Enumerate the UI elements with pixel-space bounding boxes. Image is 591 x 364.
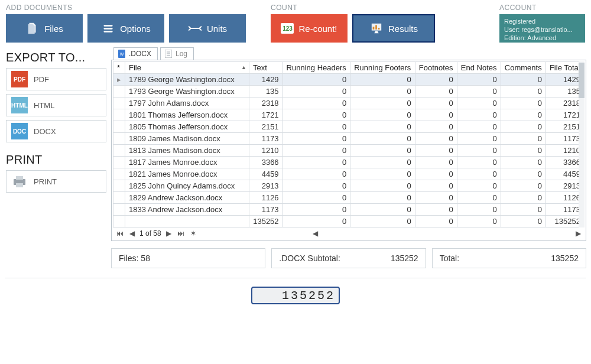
- col-footnotes[interactable]: Footnotes: [415, 62, 457, 74]
- svg-rect-4: [373, 27, 375, 30]
- pager-first-icon[interactable]: ⏮: [115, 229, 125, 238]
- pager-next-icon[interactable]: ▶: [165, 229, 173, 238]
- options-label: Options: [120, 24, 151, 34]
- cell-text: 2913: [249, 180, 283, 192]
- col-text[interactable]: Text: [249, 62, 283, 74]
- cell-file: 1793 George Washington.docx: [125, 86, 249, 98]
- table-row[interactable]: 1797 John Adams.docx2318000002318: [113, 98, 584, 109]
- cell-file: 1817 James Monroe.docx: [125, 157, 249, 168]
- tab-docx-label: .DOCX: [129, 50, 151, 58]
- hscroll-left-icon[interactable]: ◀: [311, 229, 319, 238]
- cell-footnotes: 0: [415, 121, 457, 133]
- options-button[interactable]: Options: [87, 14, 164, 43]
- account-user: User: regs@translatio...: [504, 26, 580, 34]
- corner-cell[interactable]: *: [113, 62, 125, 74]
- export-docx-button[interactable]: DOC DOCX: [6, 120, 106, 142]
- cell-footnotes: 0: [415, 157, 457, 168]
- cell-running-footers: 0: [350, 109, 415, 121]
- table-row[interactable]: 1793 George Washington.docx13500000135: [113, 86, 584, 98]
- cell-comments: 0: [501, 145, 545, 157]
- cell-comments: 0: [501, 109, 545, 121]
- cell-running-headers: 0: [282, 157, 350, 168]
- cell-end-notes: 0: [457, 168, 501, 180]
- cell-running-footers: 0: [350, 86, 415, 98]
- table-row[interactable]: 1817 James Monroe.docx3366000003366: [113, 157, 584, 168]
- cell-end-notes: 0: [457, 180, 501, 192]
- cell-file: 1797 John Adams.docx: [125, 98, 249, 109]
- summary-total: Total: 135252: [432, 248, 586, 268]
- cell-text: 1173: [249, 204, 283, 216]
- cell-running-footers: 0: [350, 98, 415, 109]
- table-row[interactable]: 1833 Andrew Jackson.docx1173000001173: [113, 204, 584, 216]
- html-icon: HTML: [11, 97, 28, 113]
- cell-running-headers: 0: [282, 145, 350, 157]
- hscroll-right-icon[interactable]: ▶: [574, 229, 582, 238]
- recount-label: Re-count!: [298, 24, 337, 34]
- table-row[interactable]: 1805 Thomas Jefferson.docx2151000002151: [113, 121, 584, 133]
- pager-add-icon[interactable]: ✶: [189, 229, 197, 238]
- export-pdf-button[interactable]: PDF PDF: [6, 68, 106, 90]
- tab-log[interactable]: Log: [160, 47, 194, 60]
- table-row[interactable]: 1829 Andrew Jackson.docx1126000001126: [113, 192, 584, 204]
- cell-running-footers: 0: [350, 133, 415, 145]
- table-row[interactable]: ▸1789 George Washington.docx142900000142…: [113, 74, 584, 86]
- svg-rect-2: [104, 31, 113, 32]
- doc-icon: DOC: [11, 123, 28, 139]
- units-button[interactable]: Units: [169, 14, 246, 43]
- table-row[interactable]: 1801 Thomas Jefferson.docx1721000001721: [113, 109, 584, 121]
- svg-rect-5: [375, 25, 377, 30]
- cell-running-footers: 0: [350, 157, 415, 168]
- table-row[interactable]: 1821 James Monroe.docx4459000004459: [113, 168, 584, 180]
- pdf-icon: PDF: [11, 71, 28, 87]
- svg-rect-8: [16, 176, 23, 180]
- print-heading: PRINT: [6, 153, 106, 167]
- row-indicator: [113, 86, 125, 98]
- cell-end-notes: 0: [457, 86, 501, 98]
- account-edition: Edition: Advanced: [504, 34, 580, 43]
- tab-docx[interactable]: W .DOCX: [113, 47, 158, 60]
- cell-text: 135: [249, 86, 283, 98]
- vertical-scrollbar[interactable]: [579, 61, 584, 228]
- cell-file: 1821 James Monroe.docx: [125, 168, 249, 180]
- cell-comments: 0: [501, 133, 545, 145]
- files-button[interactable]: Files: [6, 14, 83, 43]
- table-row[interactable]: 1809 James Madison.docx1173000001173: [113, 133, 584, 145]
- print-button[interactable]: PRINT: [6, 170, 106, 193]
- col-running-footers[interactable]: Running Footers: [350, 62, 415, 74]
- cell-text: 1429: [249, 74, 283, 86]
- summary-files: Files: 58: [111, 248, 265, 268]
- col-running-headers[interactable]: Running Headers: [282, 62, 350, 74]
- account-status: Registered: [504, 18, 580, 26]
- results-button[interactable]: Results: [352, 14, 435, 43]
- table-row[interactable]: 1825 John Quincy Adams.docx2913000002913: [113, 180, 584, 192]
- cell-running-footers: 0: [350, 121, 415, 133]
- export-html-button[interactable]: HTML HTML: [6, 94, 106, 116]
- svg-text:W: W: [120, 52, 124, 56]
- row-indicator: [113, 98, 125, 109]
- table-row[interactable]: 1813 James Madison.docx1210000001210: [113, 145, 584, 157]
- printer-icon: [11, 173, 28, 190]
- svg-rect-9: [16, 183, 23, 187]
- col-file[interactable]: File▲: [125, 62, 249, 74]
- cell-text: 1126: [249, 192, 283, 204]
- tab-log-label: Log: [176, 50, 187, 58]
- cell-file: 1813 James Madison.docx: [125, 145, 249, 157]
- cell-footnotes: 0: [415, 204, 457, 216]
- account-info[interactable]: Registered User: regs@translatio... Edit…: [499, 14, 585, 43]
- recount-button[interactable]: 123 Re-count!: [271, 14, 348, 43]
- scrollbar-thumb[interactable]: [579, 63, 584, 98]
- export-heading: EXPORT TO...: [6, 51, 106, 64]
- col-end-notes[interactable]: End Notes: [457, 62, 501, 74]
- pager-last-icon[interactable]: ⏭: [176, 229, 186, 238]
- cell-file: 1825 John Quincy Adams.docx: [125, 180, 249, 192]
- cell-end-notes: 0: [457, 145, 501, 157]
- cell-running-headers: 0: [282, 74, 350, 86]
- cell-text: 4459: [249, 168, 283, 180]
- pager-prev-icon[interactable]: ◀: [128, 229, 136, 238]
- units-icon: [188, 21, 202, 35]
- col-comments[interactable]: Comments: [501, 62, 545, 74]
- cell-running-footers: 0: [350, 192, 415, 204]
- svg-rect-1: [104, 28, 113, 30]
- cell-running-footers: 0: [350, 168, 415, 180]
- cell-comments: 0: [501, 204, 545, 216]
